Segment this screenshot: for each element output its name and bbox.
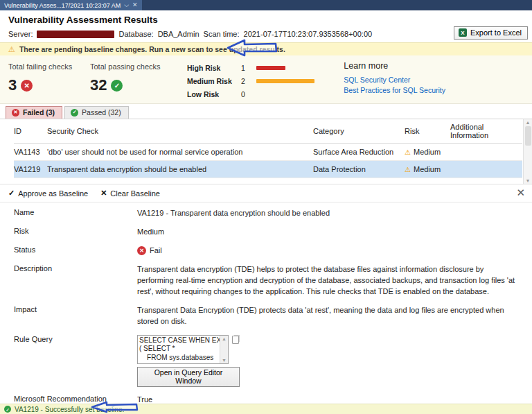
warning-icon: ⚠	[8, 46, 15, 53]
scroll-thumb[interactable]	[525, 126, 531, 146]
clear-baseline-button[interactable]: ✕ Clear Baseline	[100, 189, 160, 198]
risk-bar-1	[256, 79, 314, 83]
low-risk-count: 0	[241, 90, 256, 98]
row-id: VA1143	[14, 148, 47, 156]
page-header: Vulnerability Assessment Results	[0, 10, 532, 26]
column-header-risk[interactable]: Risk	[405, 127, 450, 135]
description-label: Description	[14, 264, 137, 297]
medium-risk-label: Medium Risk	[187, 77, 241, 85]
page-title: Vulnerability Assessment Results	[8, 15, 524, 25]
row-security-check: Transparent data encryption should be en…	[47, 165, 313, 173]
name-value: VA1219 - Transparent data encryption sho…	[137, 208, 524, 219]
copy-icon[interactable]	[232, 336, 239, 344]
description-value: Transparent data encryption (TDE) helps …	[137, 264, 524, 297]
detail-row-status: Status ✕ Fail	[14, 245, 524, 257]
tab-failed[interactable]: ✕ Failed (3)	[6, 106, 62, 119]
query-scrollbar[interactable]: ▲ ▼	[220, 336, 228, 363]
table-row[interactable]: VA1143 'dbo' user should not be used for…	[14, 144, 522, 161]
pending-baseline-banner: ⚠ There are pending baseline changes. Ru…	[0, 42, 532, 55]
close-detail-icon[interactable]: ✕	[516, 187, 525, 199]
column-header-category[interactable]: Category	[313, 127, 405, 135]
pin-icon[interactable]: ⌵	[124, 2, 129, 8]
fail-circle-icon: ✕	[21, 80, 33, 92]
column-header-additional-information[interactable]: Additional Information	[450, 123, 522, 139]
rule-query-box[interactable]: SELECT CASE WHEN EXISTS ( SELECT * FROM …	[137, 335, 229, 364]
scroll-down-icon[interactable]: ▼	[526, 178, 531, 183]
impact-value: Transparent Data Encryption (TDE) protec…	[137, 305, 524, 327]
low-risk-label: Low Risk	[187, 90, 241, 98]
best-practices-link[interactable]: Best Practices for SQL Security	[344, 85, 445, 96]
document-tab-title: Vulnerability Asses...17/2021 10:23:07 A…	[4, 2, 121, 9]
summary-section: Total failing checks 3 ✕ Total passing c…	[0, 55, 532, 104]
export-to-excel-button[interactable]: X Export to Excel	[454, 26, 528, 40]
learn-more-title: Learn more	[344, 61, 445, 71]
row-security-check: 'dbo' user should not be used for normal…	[47, 148, 313, 156]
database-label: Database:	[118, 30, 153, 38]
detail-row-description: Description Transparent data encryption …	[14, 264, 524, 297]
risk-bar-0	[256, 66, 285, 70]
tab-passed[interactable]: ✓ Passed (32)	[64, 106, 129, 119]
impact-label: Impact	[14, 305, 137, 327]
banner-text: There are pending baseline changes. Run …	[19, 45, 285, 53]
column-header-id[interactable]: ID	[14, 127, 47, 135]
clear-baseline-label: Clear Baseline	[110, 189, 160, 198]
approve-as-baseline-label: Approve as Baseline	[18, 189, 88, 198]
table-scrollbar[interactable]: ▲ ▼	[523, 119, 532, 184]
findings-table-wrap: ID Security Check Category Risk Addition…	[0, 119, 532, 184]
pass-circle-icon: ✓	[111, 80, 123, 92]
passed-tab-icon: ✓	[71, 109, 78, 117]
x-icon: ✕	[100, 189, 107, 198]
excel-icon: X	[459, 28, 467, 37]
risk-label: Risk	[14, 227, 137, 238]
row-category: Data Protection	[313, 165, 405, 173]
high-risk-label: High Risk	[187, 64, 241, 72]
status-bar-text: VA1219 - Successfully set baseline.	[15, 406, 124, 413]
open-in-query-editor-button[interactable]: Open in Query Editor Window	[137, 367, 240, 387]
scroll-up-icon[interactable]: ▲	[526, 120, 531, 125]
detail-row-risk: Risk Medium	[14, 227, 524, 238]
table-header-row: ID Security Check Category Risk Addition…	[14, 119, 522, 144]
failing-checks-label: Total failing checks	[8, 62, 90, 71]
medium-risk-icon: ⚠	[405, 148, 411, 156]
medium-risk-count: 2	[241, 77, 256, 85]
check-icon: ✓	[8, 189, 15, 198]
status-label: Status	[14, 245, 137, 257]
row-risk: Medium	[414, 148, 441, 156]
failed-tab-icon: ✕	[12, 109, 19, 117]
baseline-toolbar: ✓ Approve as Baseline ✕ Clear Baseline ✕	[0, 184, 532, 202]
sql-security-center-link[interactable]: SQL Security Center	[344, 75, 445, 85]
rule-query-label: Rule Query	[14, 335, 137, 387]
passing-checks-label: Total passing checks	[90, 62, 172, 71]
high-risk-count: 1	[241, 64, 256, 72]
document-tab[interactable]: Vulnerability Asses...17/2021 10:23:07 A…	[0, 0, 142, 10]
scroll-up-icon[interactable]: ▲	[222, 336, 227, 341]
scroll-down-icon[interactable]: ▼	[222, 358, 227, 363]
name-label: Name	[14, 208, 137, 219]
row-category: Surface Area Reduction	[313, 148, 405, 156]
scan-time-label: Scan time:	[204, 30, 240, 38]
detail-row-name: Name VA1219 - Transparent data encryptio…	[14, 208, 524, 219]
fail-status-icon: ✕	[137, 246, 146, 255]
passing-checks-stat: Total passing checks 32 ✓	[90, 62, 172, 98]
scan-time-value: 2021-07-17T10:23:07.9353568+00:00	[244, 30, 373, 38]
server-label: Server:	[8, 30, 33, 38]
risk-row-high: High Risk 1	[187, 64, 367, 72]
failing-checks-value: 3	[8, 76, 17, 94]
status-value: Fail	[150, 245, 162, 257]
row-id: VA1219	[14, 165, 47, 173]
table-row-selected[interactable]: VA1219 Transparent data encryption shoul…	[14, 161, 522, 178]
export-to-excel-label: Export to Excel	[470, 28, 522, 37]
tab-close-icon[interactable]: ✕	[132, 2, 138, 8]
server-name-redacted	[37, 31, 114, 38]
status-bar: ✓ VA1219 - Successfully set baseline.	[0, 404, 532, 414]
document-tab-strip: Vulnerability Asses...17/2021 10:23:07 A…	[0, 0, 532, 10]
failed-tab-label: Failed (3)	[23, 108, 55, 117]
row-risk: Medium	[414, 165, 441, 173]
risk-row-medium: Medium Risk 2	[187, 77, 367, 85]
risk-breakdown: High Risk 1 Medium Risk 2 Low Risk 0	[187, 64, 367, 98]
column-header-security-check[interactable]: Security Check	[47, 127, 313, 135]
passed-tab-label: Passed (32)	[82, 108, 121, 117]
risk-value: Medium	[137, 227, 524, 238]
failing-checks-stat: Total failing checks 3 ✕	[8, 62, 90, 98]
approve-as-baseline-button[interactable]: ✓ Approve as Baseline	[8, 189, 88, 198]
